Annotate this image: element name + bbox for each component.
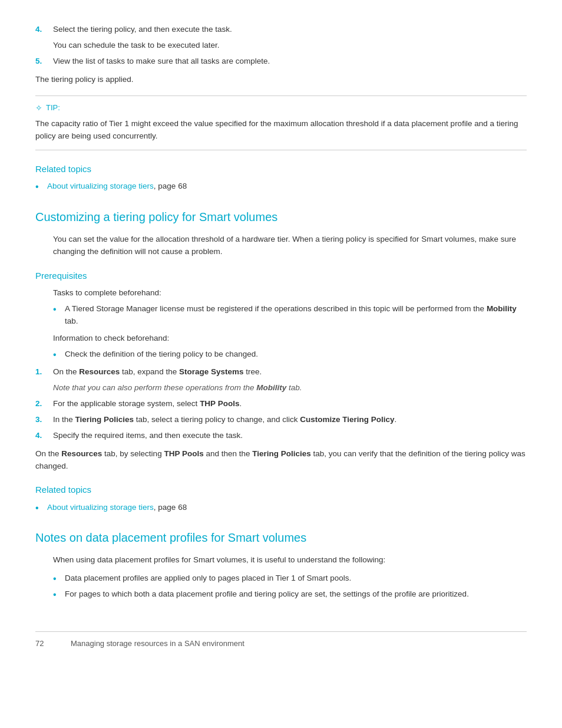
related-topics-2-link[interactable]: About virtualizing storage tiers	[47, 503, 154, 512]
step-4: 4. Select the tiering policy, and then e…	[35, 24, 527, 36]
info-item-1-text: Check the definition of the tiering poli…	[65, 348, 527, 361]
info-label: Information to check beforehand:	[53, 332, 527, 345]
info-item-1: • Check the definition of the tiering po…	[53, 348, 527, 361]
related-topics-2-heading: Related topics	[35, 483, 527, 496]
tasks-label: Tasks to complete beforehand:	[53, 287, 527, 299]
step-4-number: 4.	[35, 24, 53, 36]
related-topics-1-item: • About virtualizing storage tiers, page…	[35, 180, 527, 193]
s2-step-2: 2. For the applicable storage system, se…	[35, 398, 527, 410]
tip-label: ✧ TIP:	[35, 102, 527, 115]
mobility-bold-2: Mobility	[256, 383, 286, 392]
s2-step-3: 3. In the Tiering Policies tab, select a…	[35, 414, 527, 426]
s3-bullet-1-dot: •	[53, 572, 65, 585]
thp-pools-bold-2: THP Pools	[164, 449, 203, 458]
s2-result-text: On the Resources tab, by selecting THP P…	[35, 448, 527, 473]
s3-bullet-1-text: Data placement profiles are applied only…	[65, 572, 527, 585]
storage-systems-bold: Storage Systems	[179, 367, 244, 376]
tip-text: The capacity ratio of Tier 1 might excee…	[35, 118, 527, 143]
tiering-policies-bold-2: Tiering Policies	[252, 449, 311, 458]
resources-bold-1: Resources	[79, 367, 120, 376]
section3-intro: When using data placement profiles for S…	[53, 554, 527, 566]
s2-step-2-num: 2.	[35, 398, 53, 410]
section3-bullets: • Data placement profiles are applied on…	[53, 572, 527, 602]
info-bullet-1: •	[53, 348, 65, 361]
s2-step-3-num: 3.	[35, 414, 53, 426]
bullet-dot-2: •	[35, 502, 47, 515]
related-topics-2-link-suffix: , page 68	[154, 503, 187, 512]
step-5: 5. View the list of tasks to make sure t…	[35, 55, 527, 68]
s2-step-1-text: On the Resources tab, expand the Storage…	[53, 366, 527, 378]
s2-step-2-text: For the applicable storage system, selec…	[53, 398, 527, 410]
prerequisites-tasks: • A Tiered Storage Manager license must …	[53, 303, 527, 328]
s3-bullet-2-dot: •	[53, 588, 65, 601]
related-topics-2-link-container: About virtualizing storage tiers, page 6…	[47, 502, 527, 515]
customize-tiering-policy-bold: Customize Tiering Policy	[300, 415, 394, 424]
related-topics-2-item: • About virtualizing storage tiers, page…	[35, 502, 527, 515]
prereq-bullet-1: •	[53, 303, 65, 328]
s2-step-4-text: Specify the required items, and then exe…	[53, 430, 527, 442]
info-items: • Check the definition of the tiering po…	[53, 348, 527, 361]
s3-bullet-2-text: For pages to which both a data placement…	[65, 588, 527, 601]
tip-box: ✧ TIP: The capacity ratio of Tier 1 migh…	[35, 95, 527, 151]
tiering-policies-bold-1: Tiering Policies	[75, 415, 134, 424]
related-topics-1-link[interactable]: About virtualizing storage tiers	[47, 182, 154, 190]
related-topics-1-link-suffix: , page 68	[154, 182, 187, 190]
step-5-number: 5.	[35, 55, 53, 68]
s2-step-4: 4. Specify the required items, and then …	[35, 430, 527, 442]
s2-step-4-num: 4.	[35, 430, 53, 442]
section2-heading: Customizing a tiering policy for Smart v…	[35, 208, 527, 226]
section3-bullet-1: • Data placement profiles are applied on…	[53, 572, 527, 585]
thp-pools-bold-1: THP Pools	[200, 399, 239, 408]
related-topics-1-heading: Related topics	[35, 162, 527, 176]
section3-heading: Notes on data placement profiles for Sma…	[35, 529, 527, 547]
section2-intro: You can set the value for the allocation…	[53, 233, 527, 258]
s2-step-3-text: In the Tiering Policies tab, select a ti…	[53, 414, 527, 426]
tip-icon: ✧	[35, 102, 42, 115]
step-5-text: View the list of tasks to make sure that…	[53, 55, 527, 68]
footer-page: 72	[35, 638, 53, 650]
prereq-task-1-text: A Tiered Storage Manager license must be…	[65, 303, 527, 328]
tip-label-text: TIP:	[46, 102, 60, 114]
step-4-text: Select the tiering policy, and then exec…	[53, 24, 527, 36]
s2-step-1-num: 1.	[35, 366, 53, 378]
s2-step-1-note: Note that you can also perform these ope…	[53, 382, 527, 394]
section3-bullet-2: • For pages to which both a data placeme…	[53, 588, 527, 601]
prerequisites-heading: Prerequisites	[35, 269, 527, 282]
footer: 72 Managing storage resources in a SAN e…	[35, 631, 527, 650]
prereq-task-1: • A Tiered Storage Manager license must …	[53, 303, 527, 328]
related-topics-1-link-container: About virtualizing storage tiers, page 6…	[47, 180, 527, 193]
footer-text: Managing storage resources in a SAN envi…	[71, 638, 244, 650]
result-text: The tiering policy is applied.	[35, 74, 527, 86]
s2-step-1: 1. On the Resources tab, expand the Stor…	[35, 366, 527, 378]
step-4-sub: You can schedule the task to be executed…	[53, 39, 527, 52]
bullet-dot-1: •	[35, 180, 47, 193]
resources-bold-2: Resources	[61, 449, 102, 458]
mobility-bold-1: Mobility	[487, 304, 517, 313]
